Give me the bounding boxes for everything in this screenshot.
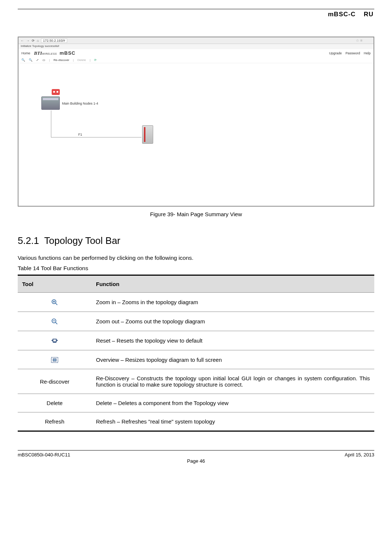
status-text: Initialize Topology successful! bbox=[21, 44, 59, 49]
reset-icon bbox=[18, 331, 92, 350]
table-row: Re-discoverRe-Discovery – Constructs the… bbox=[18, 369, 374, 394]
alarm-icon bbox=[52, 89, 60, 95]
zoom-in-icon bbox=[18, 293, 92, 312]
toolbar-zoom-in-icon[interactable]: 🔍 bbox=[21, 58, 25, 62]
function-cell: Reset – Resets the topology view to defa… bbox=[92, 331, 374, 350]
brand-logo: BTIWIRELESS mBSC bbox=[34, 50, 76, 56]
overview-icon bbox=[18, 350, 92, 369]
link-f1-label: F1 bbox=[78, 133, 82, 136]
host-device-label: Main Building Nodes 1-4 bbox=[62, 102, 98, 105]
app-toolbar: 🔍 🔍 ⤢ ▭ | Re-discover | Delete | ⟳ bbox=[18, 57, 374, 63]
function-cell: Refresh – Refreshes "real time" system t… bbox=[92, 412, 374, 431]
app-top-menu: Home BTIWIRELESS mBSC Upgrade Password H… bbox=[18, 49, 374, 57]
section-title: Topology Tool Bar bbox=[44, 235, 120, 246]
footer-left: mBSC0850i-040-RUC11 bbox=[18, 452, 70, 458]
section-heading: 5.2.1 Topology Tool Bar bbox=[18, 235, 374, 246]
toolbar-rediscover[interactable]: Re-discover bbox=[54, 58, 69, 62]
section-number: 5.2.1 bbox=[18, 235, 39, 246]
browser-navbar: ← → ⟳ ⌂ 172.50.2.193/# ☆ ≡ bbox=[18, 37, 374, 44]
topology-link bbox=[51, 137, 141, 137]
topology-link bbox=[51, 110, 51, 137]
figure-caption: Figure 39- Main Page Summary View bbox=[18, 211, 374, 217]
status-bar: Initialize Topology successful! bbox=[18, 44, 374, 49]
toolbar-delete[interactable]: Delete bbox=[78, 58, 86, 62]
function-cell: Overview – Resizes topology diagram to f… bbox=[92, 350, 374, 369]
header-product: mBSC-C bbox=[328, 11, 355, 18]
table-head-tool: Tool bbox=[18, 275, 92, 293]
footer-right: April 15, 2013 bbox=[345, 452, 374, 458]
host-device-icon[interactable] bbox=[41, 96, 60, 110]
body-paragraph: Various functions can be performed by cl… bbox=[18, 255, 374, 261]
table-row: DeleteDelete – Deletes a component from … bbox=[18, 394, 374, 412]
menu-home[interactable]: Home bbox=[21, 51, 30, 55]
table-row: Zoom out – Zooms out the topology diagra… bbox=[18, 312, 374, 331]
function-cell: Re-Discovery – Constructs the topology u… bbox=[92, 369, 374, 394]
tool-label: Refresh bbox=[18, 412, 92, 431]
app-screenshot: ← → ⟳ ⌂ 172.50.2.193/# ☆ ≡ Initialize To… bbox=[18, 37, 374, 207]
function-cell: Zoom in – Zooms in the topology diagram bbox=[92, 293, 374, 312]
remote-device-icon[interactable] bbox=[142, 125, 153, 144]
topology-canvas[interactable]: Main Building Nodes 1-4 F1 bbox=[18, 63, 374, 206]
reload-icon[interactable]: ⟳ bbox=[32, 39, 35, 42]
toolbar-refresh-icon[interactable]: ⟳ bbox=[94, 58, 97, 62]
forward-icon[interactable]: → bbox=[26, 39, 30, 42]
menu-upgrade[interactable]: Upgrade bbox=[329, 51, 342, 55]
toolbar-overview-icon[interactable]: ▭ bbox=[42, 58, 45, 62]
toolbar-reset-icon[interactable]: ⤢ bbox=[36, 58, 39, 62]
menu-password[interactable]: Password bbox=[345, 51, 360, 55]
table-row: Zoom in – Zooms in the topology diagram bbox=[18, 293, 374, 312]
toolbar-functions-table: Tool Function Zoom in – Zooms in the top… bbox=[18, 275, 374, 432]
table-head-function: Function bbox=[92, 275, 374, 293]
document-page: mBSC-C RU ← → ⟳ ⌂ 172.50.2.193/# ☆ ≡ Ini… bbox=[0, 0, 392, 471]
table-row: Overview – Resizes topology diagram to f… bbox=[18, 350, 374, 369]
address-bar[interactable]: 172.50.2.193/# bbox=[41, 38, 67, 43]
toolbar-zoom-out-icon[interactable]: 🔍 bbox=[29, 58, 32, 62]
footer-page: Page 46 bbox=[18, 458, 374, 464]
back-icon[interactable]: ← bbox=[21, 39, 24, 42]
header-rule bbox=[18, 9, 374, 9]
function-cell: Delete – Deletes a component from the To… bbox=[92, 394, 374, 412]
table-caption: Table 14 Tool Bar Functions bbox=[18, 265, 374, 272]
tool-label: Re-discover bbox=[18, 369, 92, 394]
zoom-out-icon bbox=[18, 312, 92, 331]
home-icon[interactable]: ⌂ bbox=[37, 39, 39, 42]
tool-label: Delete bbox=[18, 394, 92, 412]
page-footer: mBSC0850i-040-RUC11 April 15, 2013 bbox=[18, 450, 374, 458]
menu-help[interactable]: Help bbox=[364, 51, 371, 55]
running-header: mBSC-C RU bbox=[18, 11, 374, 18]
function-cell: Zoom out – Zooms out the topology diagra… bbox=[92, 312, 374, 331]
header-unit: RU bbox=[364, 11, 374, 18]
table-row: Reset – Resets the topology view to defa… bbox=[18, 331, 374, 350]
table-row: RefreshRefresh – Refreshes "real time" s… bbox=[18, 412, 374, 431]
bookmark-icon[interactable]: ☆ ≡ bbox=[356, 38, 362, 42]
